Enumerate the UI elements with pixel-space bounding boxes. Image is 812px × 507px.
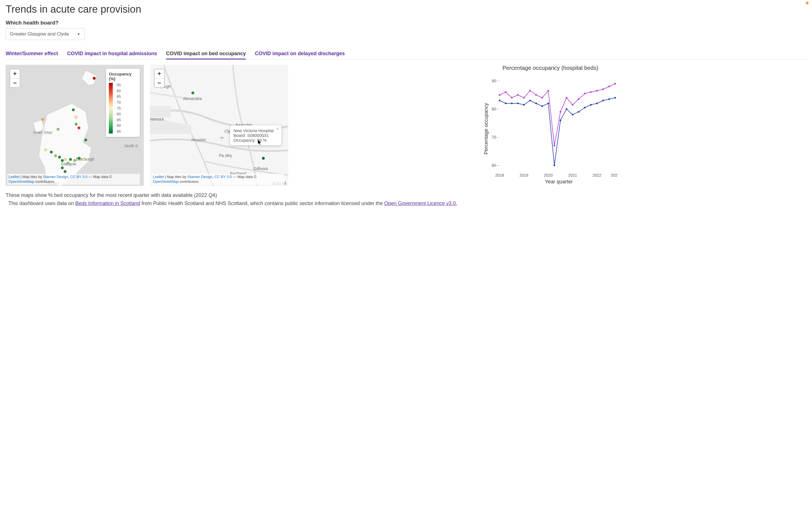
svg-point-25 [541,97,543,99]
svg-point-21 [517,94,519,96]
chart-title: Percentage occupancy (hospital beds) [294,65,806,71]
health-board-select[interactable]: Greater Glasgow and Clyde ▼ [6,28,85,40]
svg-point-46 [548,103,549,104]
svg-point-35 [602,89,604,90]
map-label: Giffnock [254,166,268,171]
beds-info-link[interactable]: Beds Information in Scotland [75,201,140,206]
svg-text:70-: 70- [492,135,498,139]
svg-text:2018: 2018 [495,173,504,177]
legend-tick: 85 [114,118,121,122]
svg-point-37 [614,83,616,84]
occupancy-line-chart: 60-70-80-90-20182019202020212022202Year … [294,72,806,185]
svg-point-28 [560,111,561,113]
svg-point-51 [578,111,580,113]
svg-point-50 [572,114,573,115]
zoom-out-button[interactable]: − [10,78,20,87]
popup-occupancy: Occupancy: 99 % [234,138,273,143]
map-label: Houston [192,137,206,142]
hospital-marker[interactable] [64,170,66,173]
ogl-link[interactable]: Open Government Licence v3.0. [384,201,457,206]
popup-hospital-name: New Victoria Hospital [234,128,273,133]
svg-text:90-: 90- [492,78,498,83]
svg-point-22 [523,97,525,99]
svg-point-43 [529,100,531,101]
svg-point-55 [602,100,604,101]
svg-point-38 [499,100,500,101]
hospital-marker[interactable] [54,154,57,157]
popup-board-code: Board: S08000031 [234,133,273,138]
hospital-marker[interactable] [262,157,265,160]
map-label: Inner Seas [33,130,52,135]
legend-ticks: 556065707580859095 [114,83,121,133]
chevron-down-icon: ▼ [77,32,80,36]
hospital-marker[interactable] [66,162,69,165]
svg-point-18 [499,94,500,96]
leaflet-link[interactable]: Leaflet [8,175,19,179]
hospital-marker[interactable] [58,156,61,159]
hospital-marker[interactable] [44,149,47,151]
legend-tick: 55 [114,83,121,87]
leaflet-link[interactable]: Leaflet [153,175,164,179]
hospital-marker[interactable] [192,92,194,94]
svg-point-26 [548,90,549,92]
stamen-link[interactable]: Stamen Design [188,175,213,179]
svg-text:60-: 60- [492,163,498,168]
hospital-marker[interactable] [78,157,80,160]
svg-text:2020: 2020 [544,173,553,177]
svg-point-54 [596,103,598,104]
svg-point-40 [511,103,513,104]
osm-link[interactable]: OpenStreetMap [153,179,179,184]
zoom-out-button[interactable]: − [154,78,164,87]
svg-text:80-: 80- [492,107,498,111]
zoom-in-button[interactable]: + [154,69,164,78]
hospital-marker[interactable] [64,158,66,161]
tab-1[interactable]: COVID impact in hospital admissions [67,48,157,59]
legend-tick: 75 [114,106,121,110]
svg-point-30 [572,104,573,106]
hospital-marker[interactable] [57,128,59,131]
svg-point-34 [596,90,598,92]
svg-point-33 [590,91,592,93]
map-label: North S [124,144,138,148]
hospital-marker[interactable] [75,116,78,119]
tab-0[interactable]: Winter/Summer effect [6,48,58,59]
svg-text:Year quarter: Year quarter [545,179,573,184]
cc-link[interactable]: CC BY 3.0 [214,175,232,179]
svg-point-36 [608,86,610,87]
tab-bar: Winter/Summer effectCOVID impact in hosp… [6,48,806,60]
select-value: Greater Glasgow and Clyde [10,31,69,37]
hospital-popup: ✕ New Victoria Hospital Board: S08000031… [230,125,282,145]
svg-point-19 [505,91,507,93]
legend-tick: 60 [114,89,121,93]
legend-gradient-bar [109,83,113,133]
svg-point-41 [517,103,519,104]
svg-text:202: 202 [611,173,617,177]
data-source-note: This dashboard uses data on Beds Informa… [6,200,806,208]
zoom-in-button[interactable]: + [10,69,20,78]
svg-point-57 [614,97,616,99]
osm-link[interactable]: OpenStreetMap [8,179,35,184]
legend-tick: 90 [114,123,121,128]
svg-point-45 [541,105,543,107]
svg-point-24 [535,94,537,96]
map-national[interactable]: + − Occupancy (%) 556065707580859095 Lea… [6,65,144,186]
svg-point-52 [584,107,586,108]
map-regional[interactable]: + − ✕ New Victoria Hospital Board: S0800… [150,65,288,186]
svg-text:2019: 2019 [520,173,528,177]
hospital-marker[interactable] [93,77,96,80]
occupancy-chart-panel: Percentage occupancy (hospital beds) 60-… [294,65,806,186]
svg-point-31 [578,98,580,100]
legend-tick: 65 [114,94,121,99]
maps-note: These maps show % bed occupancy for the … [6,191,806,200]
tab-2[interactable]: COVID impact on bed occupancy [166,48,246,59]
cc-link[interactable]: CC BY 3.0 [70,175,87,179]
hospital-marker[interactable] [72,108,75,111]
svg-text:2022: 2022 [593,173,601,177]
zoom-control-regional: + − [154,69,165,88]
map-attribution-national: Leaflet | Map tiles by Stamen Design, CC… [7,174,140,185]
tab-3[interactable]: COVID impact on delayed discharges [255,48,345,59]
svg-point-29 [566,97,567,99]
popup-close-icon[interactable]: ✕ [276,126,279,131]
svg-point-47 [553,165,555,166]
stamen-link[interactable]: Stamen Design [43,175,68,179]
